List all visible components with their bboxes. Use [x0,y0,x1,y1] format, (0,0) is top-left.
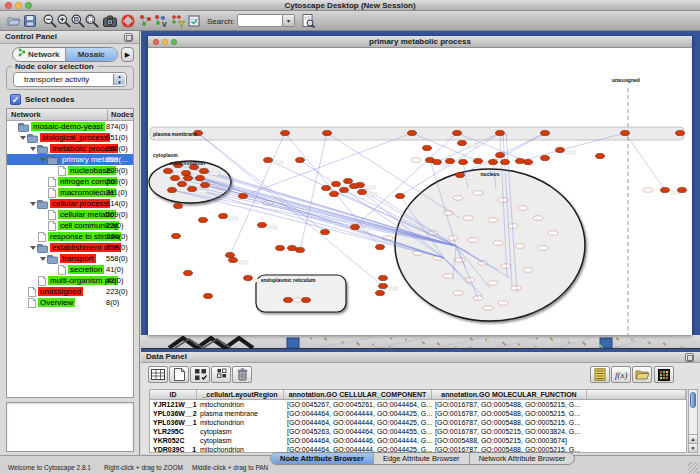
network-node-small[interactable] [411,158,421,162]
zoom-fit-button[interactable] [84,13,100,29]
network-node[interactable] [264,157,273,162]
tree-row[interactable]: transport558(0) [7,253,133,264]
network-node[interactable] [258,222,267,227]
select-nodes-checkbox[interactable]: ✓ [10,94,21,105]
column-header[interactable]: _cellularLayoutRegion [197,390,284,399]
network-node-small[interactable] [511,286,521,290]
table-row[interactable]: YKR052Ccytoplasm[GO:0044464, GO:0044446,… [150,436,686,445]
column-header[interactable] [587,390,686,399]
network-node[interactable] [296,247,305,252]
tree-row[interactable]: nitrogen compo209(0) [7,176,133,187]
network-node[interactable] [541,130,550,135]
table-scrollbar[interactable]: ▲ ▼ [688,389,698,453]
network-node[interactable] [284,297,293,302]
network-node[interactable] [288,245,297,250]
network-node[interactable] [340,187,349,192]
network-node[interactable] [496,152,505,157]
network-node[interactable] [459,159,468,164]
tree-row[interactable]: cellular process614(0) [7,198,133,209]
network-node-small[interactable] [538,246,548,250]
birds-eye-view[interactable] [6,402,134,452]
network-node[interactable] [172,233,181,238]
expand-triangle-icon[interactable] [30,147,36,151]
network-node[interactable] [168,187,177,192]
network-node[interactable] [524,159,533,164]
tree-row[interactable]: macromolecule311(0) [7,187,133,198]
table-row[interactable]: YPL036W__1mitochondrion[GO:0044464, GO:0… [150,418,686,427]
network-node-small[interactable] [515,244,525,248]
network-node[interactable] [204,293,213,298]
network-node[interactable] [423,145,432,150]
network-node[interactable] [244,275,253,280]
network-node-small[interactable] [473,191,483,195]
network-node[interactable] [322,185,331,190]
tree-row[interactable]: cellular metabo209(0) [7,209,133,220]
network-node[interactable] [281,130,290,135]
unselect-attributes-button[interactable] [211,366,231,383]
network-node[interactable] [196,175,205,180]
annotations-button[interactable] [186,13,202,29]
tree-row[interactable]: secretion41(0) [7,264,133,275]
network-node[interactable] [678,187,687,192]
column-header[interactable]: ID [150,390,197,399]
network-node-small[interactable] [548,231,558,235]
tree-row[interactable]: biological_process651(0) [7,132,133,143]
search-dropdown-button[interactable]: ▾ [283,14,295,27]
network-canvas[interactable]: plasma membranecytoplasmmitochondrionnuc… [148,48,692,335]
network-overview-button[interactable] [138,13,154,29]
network-node[interactable] [556,147,565,152]
network-node[interactable] [171,175,180,180]
network-node[interactable] [489,159,498,164]
tab-node-attribute-browser[interactable]: Node Attribute Browser [271,453,373,464]
network-node[interactable] [323,130,332,135]
tree-row[interactable]: cell communicat22(0) [7,220,133,231]
network-node[interactable] [350,183,359,188]
filters-button[interactable] [170,13,186,29]
search-input[interactable] [237,14,283,27]
network-node[interactable] [219,213,228,218]
expand-triangle-icon[interactable] [20,136,26,140]
network-node[interactable] [458,140,467,145]
network-node[interactable] [453,130,462,135]
network-node[interactable] [174,203,183,208]
advanced-search-button[interactable] [300,13,316,29]
expand-triangle-icon[interactable] [30,202,36,206]
tab-network[interactable]: Network [13,48,65,61]
network-node[interactable] [596,153,605,158]
network-node[interactable] [199,217,208,222]
network-node[interactable] [396,193,405,198]
delete-attribute-button[interactable] [232,366,252,383]
tree-row[interactable]: Overview8(0) [7,297,133,308]
network-node[interactable] [379,283,388,288]
network-node[interactable] [276,245,285,250]
network-node-small[interactable] [488,281,498,285]
network-node-small[interactable] [643,188,653,192]
network-window-titlebar[interactable]: primary metabolic process [148,36,692,48]
network-node[interactable] [379,275,388,280]
color-attribute-select[interactable]: transporter activity ▲▼ [13,72,127,87]
background-window-strip[interactable] [141,335,700,349]
network-node[interactable] [501,159,510,164]
float-data-panel-icon[interactable] [685,353,694,362]
network-node[interactable] [496,130,505,135]
network-node[interactable] [226,252,235,257]
resize-grip[interactable] [688,462,699,473]
network-node[interactable] [321,229,330,234]
network-node[interactable] [344,178,353,183]
network-node[interactable] [516,158,525,163]
tree-row[interactable]: unassigned223(0) [7,286,133,297]
tree-row[interactable]: mosaic-demo-yeast874(0) [7,121,133,132]
network-node[interactable] [541,155,550,160]
float-panel-icon[interactable] [124,33,133,42]
help-button[interactable] [120,13,136,29]
table-row[interactable]: YJR121W__1mitochondrion[GO:0045267, GO:0… [150,400,686,409]
network-node[interactable] [239,193,248,198]
network-node[interactable] [201,182,210,187]
network-node[interactable] [184,270,193,275]
network-node-small[interactable] [468,238,478,242]
expand-triangle-icon[interactable] [40,257,46,261]
create-attribute-button[interactable] [169,366,189,383]
network-node-small[interactable] [483,306,493,310]
tree-row[interactable]: primary metabo209(... [7,154,133,165]
network-node[interactable] [302,297,311,302]
